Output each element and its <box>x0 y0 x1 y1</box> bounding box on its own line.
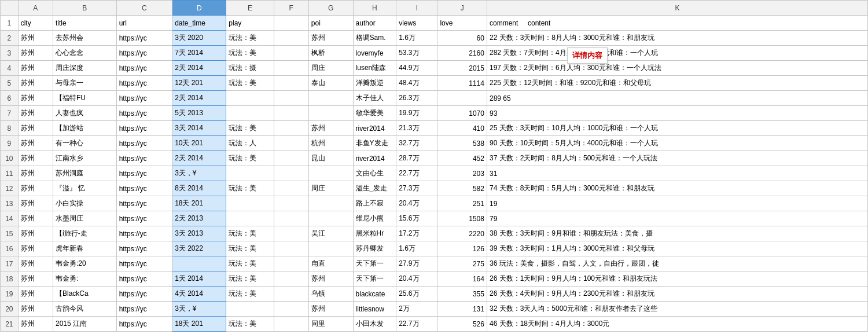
cell-author: 小田木发 <box>353 317 396 332</box>
col-F-header[interactable]: F <box>274 1 308 16</box>
cell-title: 2015 江南 <box>53 317 117 332</box>
cell-poi <box>308 166 353 181</box>
table-row: 11苏州苏州洞庭https://yc3天，¥文由心生22.7万20331 <box>1 166 868 181</box>
cell-title: 去苏州会 <box>53 31 117 46</box>
cell-author: 敏华爱美 <box>353 106 396 121</box>
cell-author: 苏丹卿发 <box>353 241 396 256</box>
col-D-header[interactable]: D <box>172 1 226 16</box>
cell-views: 20.4万 <box>396 271 437 287</box>
row-number: 17 <box>1 256 19 271</box>
cell-date-time: 4天 2014 <box>172 287 226 302</box>
cell-love: 1114 <box>437 76 487 91</box>
cell-title: 人妻也疯 <box>53 106 117 121</box>
cell-love: 410 <box>437 121 487 136</box>
cell-comment-content: 26 天数：4天时间：9月人均：2300元和谁：和朋友玩 <box>487 287 867 302</box>
field-views: views <box>396 16 437 31</box>
table-row: 8苏州【加游站https://yc3天 2014玩法：美苏州river20142… <box>1 121 868 136</box>
cell-poi: 苏州 <box>308 271 353 287</box>
cell-comment-content: 225 天数：12天时间：和谁：9200元和谁：和父母玩 <box>487 76 867 91</box>
table-row: 19苏州【BlackCahttps://yc4天 2014玩法：美乌镇black… <box>1 287 868 302</box>
cell-love: 60 <box>437 31 487 46</box>
cell-views: 15.6万 <box>396 211 437 226</box>
cell-city: 苏州 <box>18 151 53 166</box>
cell-city: 苏州 <box>18 91 53 106</box>
cell-date-time: 7天 2014 <box>172 46 226 61</box>
cell-comment-content: 46 天数：18天时间：4月人均：3000元 <box>487 317 867 332</box>
table-row: 21苏州2015 江南https://yc18天 201玩法：美同里小田木发22… <box>1 317 868 332</box>
col-H-header[interactable]: H <box>353 1 396 16</box>
field-header-row: 1 city title url date_time play poi auth… <box>1 16 868 31</box>
row-number: 10 <box>1 151 19 166</box>
col-K-header[interactable]: K <box>487 1 867 16</box>
cell-url: https://yc <box>116 287 172 302</box>
cell-love: 251 <box>437 196 487 211</box>
cell-city: 苏州 <box>18 76 53 91</box>
cell-date-time <box>172 256 226 271</box>
cell-comment-content: 197 天数：2天时间：6月人均：300元和谁：一个人玩法 <box>487 61 867 76</box>
cell-city: 苏州 <box>18 46 53 61</box>
cell-url: https://yc <box>116 271 172 287</box>
field-author: author <box>353 16 396 31</box>
field-url: url <box>116 16 172 31</box>
cell-date-time: 2天 2014 <box>172 61 226 76</box>
cell-url: https://yc <box>116 302 172 317</box>
col-J-header[interactable]: J <box>437 1 487 16</box>
cell-url: https://yc <box>116 241 172 256</box>
cell-love: 164 <box>437 271 487 287</box>
cell-author: 非鱼Y发走 <box>353 136 396 151</box>
cell-love: 582 <box>437 181 487 196</box>
cell-city: 苏州 <box>18 317 53 332</box>
cell-title: 【i旅行-走 <box>53 226 117 241</box>
cell-comment-content: 79 <box>487 211 867 226</box>
cell-author: littlesnow <box>353 302 396 317</box>
table-row: 13苏州小白实操https://yc18天 201路上不寂20.4万25119 <box>1 196 868 211</box>
col-E-header[interactable]: E <box>226 1 274 16</box>
cell-love: 526 <box>437 317 487 332</box>
col-A-header[interactable]: A <box>18 1 53 16</box>
cell-url: https://yc <box>116 166 172 181</box>
cell-url: https://yc <box>116 136 172 151</box>
cell-city: 苏州 <box>18 271 53 287</box>
cell-author: blackcate <box>353 287 396 302</box>
cell-f <box>274 196 308 211</box>
cell-play: 玩法：美 <box>226 46 274 61</box>
col-C-header[interactable]: C <box>116 1 172 16</box>
row-number: 18 <box>1 271 19 287</box>
cell-date-time: 5天 2013 <box>172 106 226 121</box>
cell-author: 溢生_发走 <box>353 181 396 196</box>
cell-poi: 周庄 <box>308 181 353 196</box>
cell-f <box>274 181 308 196</box>
table-row: 12苏州『溢』 忆https://yc8天 2014玩法：美周庄溢生_发走27.… <box>1 181 868 196</box>
cell-views: 28.7万 <box>396 151 437 166</box>
col-I-header[interactable]: I <box>396 1 437 16</box>
cell-love: 2220 <box>437 226 487 241</box>
cell-comment-content: 93 <box>487 106 867 121</box>
cell-f <box>274 211 308 226</box>
cell-title: 有一种心 <box>53 136 117 151</box>
cell-f <box>274 91 308 106</box>
cell-love <box>437 91 487 106</box>
cell-poi <box>308 91 353 106</box>
cell-url: https://yc <box>116 31 172 46</box>
cell-play: 玩法：美 <box>226 31 274 46</box>
cell-city: 苏州 <box>18 136 53 151</box>
cell-city: 苏州 <box>18 166 53 181</box>
col-G-header[interactable]: G <box>308 1 353 16</box>
spreadsheet: A B C D E F G H I J K 1 city title url d… <box>0 0 868 334</box>
cell-city: 苏州 <box>18 302 53 317</box>
cell-play <box>226 196 274 211</box>
field-empty <box>274 16 308 31</box>
cell-poi: 枫桥 <box>308 46 353 61</box>
cell-views: 32.7万 <box>396 136 437 151</box>
cell-views: 27.9万 <box>396 256 437 271</box>
cell-title: 小白实操 <box>53 196 117 211</box>
row-number: 16 <box>1 241 19 256</box>
row-number: 8 <box>1 121 19 136</box>
col-B-header[interactable]: B <box>53 1 117 16</box>
cell-city: 苏州 <box>18 31 53 46</box>
table-row: 10苏州江南水乡https://yc2天 2014玩法：美昆山river2014… <box>1 151 868 166</box>
field-play: play <box>226 16 274 31</box>
cell-author: 维尼小熊 <box>353 211 396 226</box>
cell-love: 203 <box>437 166 487 181</box>
cell-url: https://yc <box>116 46 172 61</box>
